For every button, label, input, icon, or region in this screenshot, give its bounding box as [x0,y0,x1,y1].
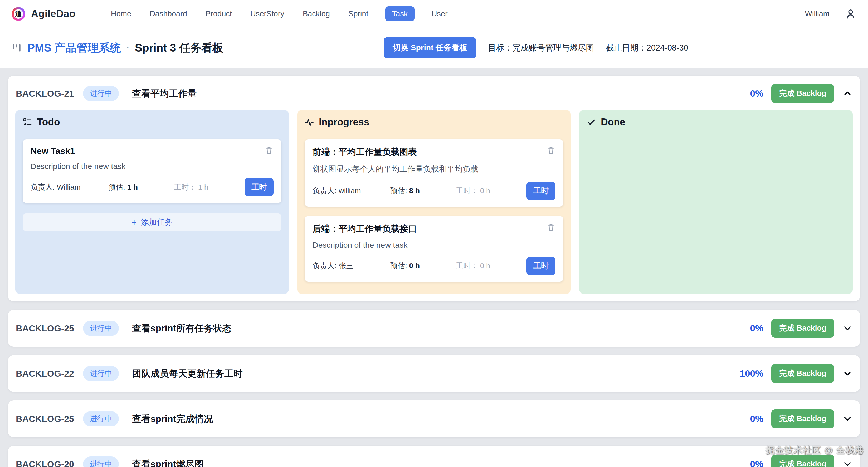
nav-item-product[interactable]: Product [204,6,234,21]
task-description: Description of the new task [312,241,556,249]
log-hours-button[interactable]: 工时 [526,182,556,200]
nav-item-dashboard[interactable]: Dashboard [148,6,189,21]
current-username: William [805,9,830,18]
column-done: Done [579,110,853,294]
column-inprogress-header: Inprogress [305,116,563,128]
project-title[interactable]: PMS 产品管理系统 [27,40,121,55]
backlog-row[interactable]: BACKLOG-22 进行中 团队成员每天更新任务工时 100% 完成 Back… [8,355,860,392]
complete-backlog-button[interactable]: 完成 Backlog [771,84,834,103]
backlog-title: 团队成员每天更新任务工时 [132,367,243,380]
task-hours: 工时： 1 h [174,182,245,192]
kanban-board-icon [11,43,22,53]
chevron-down-icon[interactable] [842,459,853,467]
task-description: Description of the new task [31,162,274,171]
task-card[interactable]: 后端：平均工作量负载接口 Description of the new task… [305,216,563,282]
complete-backlog-button[interactable]: 完成 Backlog [771,455,834,467]
backlog-title: 查看平均工作量 [132,88,196,100]
backlog-id: BACKLOG-20 [16,459,74,467]
sprint-goal-text: 目标：完成账号管理与燃尽图 [488,42,594,54]
nav-item-task[interactable]: Task [385,6,415,21]
trash-icon[interactable] [547,223,556,232]
trash-icon[interactable] [265,146,274,155]
task-title: New Task1 [31,146,75,156]
task-hours: 工时： 0 h [456,261,526,271]
title-separator: · [126,42,130,54]
backlog-id: BACKLOG-25 [16,414,74,424]
brand[interactable]: 道 AgileDao [11,7,75,21]
backlog-row[interactable]: BACKLOG-25 进行中 查看sprint完成情况 0% 完成 Backlo… [8,400,860,437]
task-card[interactable]: 前端：平均工作量负载图表 饼状图显示每个人的平均工作量负载和平均负载 负责人: … [305,139,563,207]
backlog-id: BACKLOG-21 [16,89,74,99]
task-estimate: 预估: 1 h [108,182,174,192]
switch-sprint-board-button[interactable]: 切换 Sprint 任务看板 [384,37,476,59]
column-inprogress: Inprogress 前端：平均工作量负载图表 饼状图显示每个人的平均工作量负载… [297,110,571,294]
status-badge: 进行中 [83,457,119,467]
column-todo-header: Todo [23,116,281,128]
add-task-button[interactable]: + 添加任务 [23,213,281,231]
task-title: 后端：平均工作量负载接口 [312,223,417,235]
task-owner: 负责人: william [312,186,390,196]
backlog-title: 查看sprint完成情况 [132,413,213,425]
task-owner: 负责人: 张三 [312,261,390,271]
status-badge: 进行中 [83,86,119,101]
backlog-row[interactable]: BACKLOG-20 进行中 查看sprint燃尽图 0% 完成 Backlog [8,446,860,467]
backlog-id: BACKLOG-25 [16,323,74,334]
column-title: Todo [37,116,60,128]
user-icon[interactable] [845,8,857,20]
backlog-id: BACKLOG-22 [16,369,74,379]
column-title: Done [601,116,625,128]
status-badge: 进行中 [83,411,119,427]
progress-value: 0% [750,459,764,467]
top-navbar: 道 AgileDao Home Dashboard Product UserSt… [0,0,868,28]
backlog-row-header[interactable]: BACKLOG-21 进行中 查看平均工作量 0% 完成 Backlog [15,82,853,104]
column-done-header: Done [587,116,845,128]
kanban-columns: Todo New Task1 Description of the new ta… [15,110,853,294]
task-hours: 工时： 0 h [456,186,526,196]
chevron-down-icon[interactable] [842,368,853,379]
status-badge: 进行中 [83,321,119,336]
complete-backlog-button[interactable]: 完成 Backlog [771,409,834,428]
column-todo: Todo New Task1 Description of the new ta… [15,110,289,294]
complete-backlog-button[interactable]: 完成 Backlog [771,364,834,383]
nav-item-userstory[interactable]: UserStory [249,6,286,21]
chevron-up-icon[interactable] [842,88,853,99]
task-owner: 负责人: William [31,182,108,192]
column-title: Inprogress [319,116,369,128]
task-title: 前端：平均工作量负载图表 [312,146,417,158]
plus-icon: + [131,218,137,227]
log-hours-button[interactable]: 工时 [526,257,556,275]
sprint-deadline-text: 截止日期：2024-08-30 [606,42,688,54]
nav-item-sprint[interactable]: Sprint [347,6,370,21]
trash-icon[interactable] [547,146,556,155]
main-nav: Home Dashboard Product UserStory Backlog… [110,6,449,21]
check-icon [587,118,596,127]
backlog-row-expanded: BACKLOG-21 进行中 查看平均工作量 0% 完成 Backlog Tod… [8,75,860,301]
progress-value: 0% [750,88,764,99]
nav-item-user[interactable]: User [430,6,449,21]
progress-value: 0% [750,323,764,334]
pulse-icon [305,118,314,127]
status-badge: 进行中 [83,366,119,381]
chevron-down-icon[interactable] [842,323,853,334]
brand-logo-char: 道 [14,9,23,19]
complete-backlog-button[interactable]: 完成 Backlog [771,319,834,338]
brand-logo-icon: 道 [11,7,25,21]
brand-name: AgileDao [31,8,75,20]
page-title: Sprint 3 任务看板 [135,40,223,55]
log-hours-button[interactable]: 工时 [245,178,274,196]
backlog-title: 查看sprint燃尽图 [132,458,204,467]
progress-value: 0% [750,413,764,424]
task-estimate: 预估: 0 h [390,261,456,271]
nav-item-backlog[interactable]: Backlog [301,6,332,21]
backlog-list: BACKLOG-21 进行中 查看平均工作量 0% 完成 Backlog Tod… [0,68,868,467]
progress-value: 100% [740,368,764,379]
task-card[interactable]: New Task1 Description of the new task 负责… [23,139,281,203]
nav-item-home[interactable]: Home [110,6,133,21]
task-estimate: 预估: 8 h [390,186,456,196]
backlog-row[interactable]: BACKLOG-25 进行中 查看sprint所有任务状态 0% 完成 Back… [8,310,860,347]
chevron-down-icon[interactable] [842,413,853,424]
page-header: PMS 产品管理系统 · Sprint 3 任务看板 切换 Sprint 任务看… [0,28,868,68]
nav-right: William [805,8,857,20]
checklist-icon [23,118,32,127]
task-description: 饼状图显示每个人的平均工作量负载和平均负载 [312,164,556,174]
